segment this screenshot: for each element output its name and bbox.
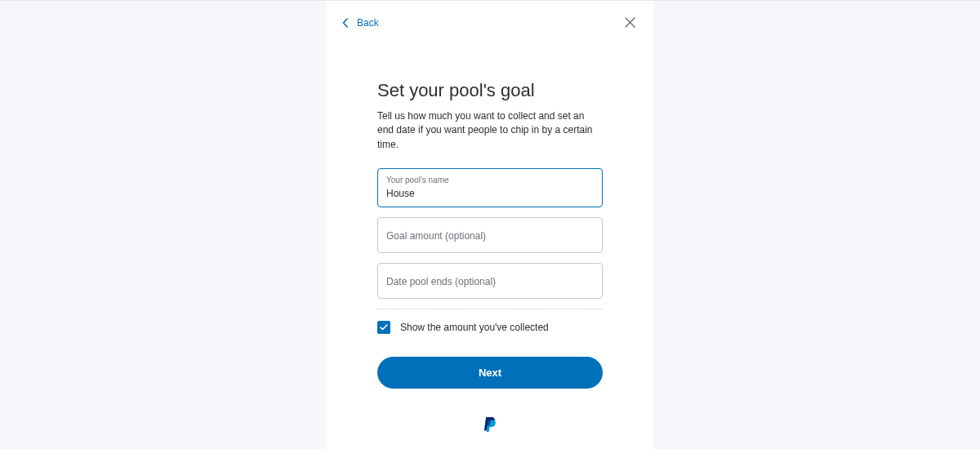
goal-amount-field[interactable]: Goal amount (optional) [377,217,603,253]
pool-name-label: Your pool's name [386,176,594,184]
brand-logo-wrap [327,416,653,438]
divider [377,309,603,309]
end-date-placeholder: Date pool ends (optional) [386,276,496,287]
paypal-icon [483,416,497,438]
topbar: Back [327,11,653,31]
close-icon [625,17,635,28]
modal-card: Back Set your pool's goal Tell us how mu… [327,1,653,449]
pool-name-input[interactable] [386,188,594,199]
page-title: Set your pool's goal [377,80,603,101]
end-date-field[interactable]: Date pool ends (optional) [377,263,603,299]
next-button[interactable]: Next [377,357,603,389]
back-button[interactable]: Back [341,17,379,29]
pool-name-field[interactable]: Your pool's name [377,168,603,207]
chevron-left-icon [341,18,349,28]
close-button[interactable] [621,14,639,31]
show-amount-label: Show the amount you've collected [400,322,549,333]
back-label: Back [357,17,379,29]
show-amount-checkbox[interactable] [377,321,390,334]
goal-amount-placeholder: Goal amount (optional) [386,230,486,242]
content-area: Set your pool's goal Tell us how much yo… [327,31,653,389]
check-icon [380,324,388,331]
show-amount-row: Show the amount you've collected [377,321,603,334]
page-subtitle: Tell us how much you want to collect and… [377,109,603,152]
